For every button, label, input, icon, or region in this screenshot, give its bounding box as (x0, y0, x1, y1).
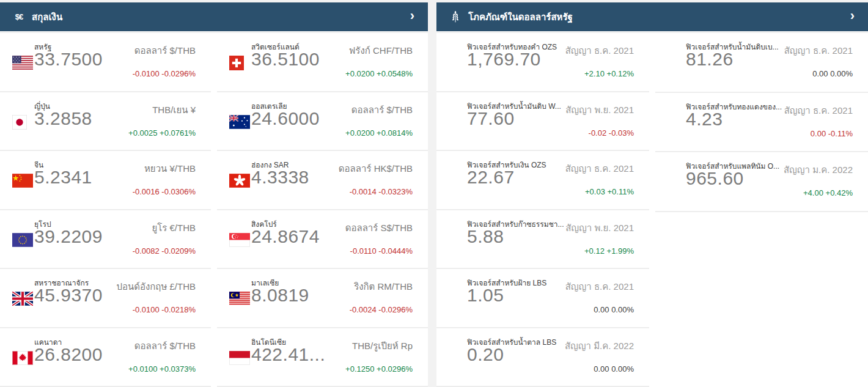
currency-pair-label: THB/เยน ¥ (152, 103, 196, 117)
currency-price: 33.7500 (34, 49, 103, 70)
currency-pair-label: ดอลลาร์ $/THB (134, 339, 196, 353)
commodities-panel-title: โภคภัณฑ์ในดอลลาร์สหรัฐ (468, 10, 849, 24)
currencies-panel: $€ สกุลเงิน › สหรัฐ33.7500ดอลลาร์ $/THB-… (0, 2, 428, 387)
currency-change: +0.0200 +0.0548% (345, 69, 413, 78)
flag-us-icon (12, 56, 33, 70)
currency-card-ca[interactable]: แคนาดา26.8200ดอลลาร์ $/THB+0.0100 +0.037… (0, 328, 211, 387)
currencies-panel-header: $€ สกุลเงิน › (0, 2, 428, 31)
currency-card-sg[interactable]: สิงคโปร์24.8674ดอลลาร์ S$/THB-0.0110 -0.… (217, 210, 428, 270)
currency-price: 26.8200 (34, 344, 103, 365)
currency-pair-label: ยูโร €/THB (152, 221, 196, 235)
commodity-change: +0.03 +0.11% (585, 187, 634, 196)
commodities-column-right: ฟิวเจอร์สสำหรับน้ำมันดิบเบ...81.26สัญญา … (655, 33, 868, 387)
commodity-contract-label: สัญญา ธ.ค. 2021 (565, 161, 634, 176)
currency-card-eu[interactable]: ยุโรป39.2209ยูโร €/THB-0.0082 -0.0209% (0, 210, 211, 270)
currency-card-us[interactable]: สหรัฐ33.7500ดอลลาร์ $/THB-0.0100 -0.0296… (0, 33, 211, 92)
currencies-column-left: สหรัฐ33.7500ดอลลาร์ $/THB-0.0100 -0.0296… (0, 33, 211, 387)
commodity-card[interactable]: ฟิวเจอร์สสำหรับทองแดงของ...4.23สัญญา ธ.ค… (655, 93, 868, 153)
currencies-column-right: สวิตเซอร์แลนด์36.5100ฟรังก์ CHF/THB+0.02… (217, 33, 428, 387)
currency-price: 4.3338 (251, 167, 309, 188)
flag-id-icon (229, 351, 250, 365)
commodity-change: +4.00 +0.42% (803, 188, 853, 197)
chevron-right-icon[interactable]: › (409, 9, 416, 23)
chevron-right-icon[interactable]: › (849, 9, 856, 23)
currency-price: 422.41... (251, 344, 325, 365)
flag-jp-icon (12, 115, 27, 130)
currency-pair-label: ดอลลาร์ $/THB (134, 43, 196, 58)
commodity-change: 0.00 0.00% (812, 69, 853, 78)
commodity-price: 81.26 (686, 49, 734, 70)
currency-change: +0.1250 +0.0296% (345, 364, 413, 374)
currencies-grid: สหรัฐ33.7500ดอลลาร์ $/THB-0.0100 -0.0296… (0, 33, 428, 387)
currency-change: +0.0025 +0.0761% (128, 128, 196, 138)
currency-change: +0.0200 +0.0814% (345, 128, 413, 138)
currency-pair-label: ปอนด์อังกฤษ £/THB (116, 279, 196, 294)
commodities-grid: ฟิวเจอร์สสำหรับทองคำ OZS1,769.70สัญญา ธ.… (436, 33, 868, 387)
currency-card-my[interactable]: มาเลเซีย8.0819ริงกิต RM/THB-0.0024 -0.02… (217, 269, 428, 328)
currency-card-hk[interactable]: ฮ่องกง SAR4.3338ดอลลาร์ HK$/THB-0.0014 -… (217, 151, 428, 210)
commodity-change: -0.02 -0.03% (589, 128, 634, 138)
commodity-price: 77.60 (467, 108, 515, 129)
commodity-price: 965.60 (686, 168, 744, 189)
commodity-change: 0.00 0.00% (594, 364, 634, 374)
currency-pair-label: ดอลลาร์ $/THB (351, 103, 413, 117)
flag-ch-icon (229, 56, 244, 70)
commodity-contract-label: สัญญา ธ.ค. 2021 (784, 43, 853, 58)
commodity-change: 0.00 -0.11% (811, 129, 853, 138)
commodity-price: 4.23 (686, 109, 723, 130)
currency-change: -0.0024 -0.0296% (350, 305, 413, 314)
commodity-price: 1,769.70 (467, 49, 541, 70)
commodity-card[interactable]: ฟิวเจอร์สสำหรับน้ำตาล LBS0.20สัญญา มี.ค.… (436, 328, 649, 387)
commodity-price: 5.88 (467, 226, 504, 247)
commodity-card[interactable]: ฟิวเจอร์สสำหรับน้ำมันดิบเบ...81.26สัญญา … (655, 33, 868, 93)
commodity-change: +0.12 +1.99% (584, 246, 634, 256)
commodity-contract-label: สัญญา พ.ย. 2021 (565, 221, 634, 235)
flag-ca-icon (12, 351, 33, 365)
commodity-price: 0.20 (467, 344, 504, 365)
commodity-price: 22.67 (467, 167, 515, 188)
commodity-card[interactable]: ฟิวเจอร์สสำหรับฝ้าย LBS1.05สัญญา ธ.ค. 20… (436, 269, 649, 328)
currency-change: -0.0082 -0.0209% (133, 246, 196, 256)
currency-card-au[interactable]: ออสเตรเลีย24.6000ดอลลาร์ $/THB+0.0200 +0… (217, 92, 428, 152)
currency-pair-label: หยวน ¥/THB (144, 161, 196, 176)
currency-change: -0.0100 -0.0296% (133, 69, 196, 78)
commodities-panel-header: โภคภัณฑ์ในดอลลาร์สหรัฐ › (436, 2, 868, 31)
currency-card-id[interactable]: อินโดนีเซีย422.41...THB/รูเปียห์ Rp+0.12… (217, 328, 428, 387)
commodities-column-left: ฟิวเจอร์สสำหรับทองคำ OZS1,769.70สัญญา ธ.… (436, 33, 649, 387)
currency-price: 45.9370 (34, 285, 103, 306)
currency-pair-label: ดอลลาร์ S$/THB (345, 221, 413, 235)
dollar-euro-icon: $€ (12, 12, 26, 21)
commodity-card[interactable]: ฟิวเจอร์สสำหรับแพลทินัม O...965.60สัญญา … (655, 152, 868, 212)
currency-price: 24.8674 (251, 226, 320, 247)
commodities-panel: โภคภัณฑ์ในดอลลาร์สหรัฐ › ฟิวเจอร์สสำหรับ… (436, 2, 868, 387)
currency-card-cn[interactable]: จีน5.2341หยวน ¥/THB-0.0016 -0.0306% (0, 151, 211, 210)
currency-card-gb[interactable]: สหราชอาณาจักร45.9370ปอนด์อังกฤษ £/THB-0.… (0, 269, 211, 328)
currency-card-jp[interactable]: ญี่ปุ่น3.2858THB/เยน ¥+0.0025 +0.0761% (0, 92, 211, 152)
flag-gb-icon (12, 292, 33, 306)
currency-price: 8.0819 (251, 285, 309, 306)
commodity-card[interactable]: ฟิวเจอร์สสำหรับเงิน OZS22.67สัญญา ธ.ค. 2… (436, 151, 649, 210)
commodity-contract-label: สัญญา พ.ย. 2021 (565, 103, 634, 117)
currency-price: 5.2341 (34, 167, 92, 188)
flag-cn-icon (12, 174, 33, 188)
currency-price: 36.5100 (251, 49, 320, 70)
commodity-contract-label: สัญญา ม.ค. 2022 (784, 163, 853, 177)
currency-card-ch[interactable]: สวิตเซอร์แลนด์36.5100ฟรังก์ CHF/THB+0.02… (217, 33, 428, 92)
currency-price: 24.6000 (251, 108, 320, 129)
currency-change: -0.0100 -0.0218% (133, 305, 196, 314)
flag-au-icon (229, 115, 250, 129)
commodity-change: 0.00 0.00% (594, 305, 634, 314)
currency-pair-label: ริงกิต RM/THB (354, 279, 413, 294)
flag-my-icon (229, 292, 250, 306)
commodity-contract-label: สัญญา ธ.ค. 2021 (565, 43, 634, 58)
flag-eu-icon (12, 233, 33, 247)
commodity-card[interactable]: ฟิวเจอร์สสำหรับก๊าซธรรมชา...5.88สัญญา พ.… (436, 210, 649, 270)
commodity-contract-label: สัญญา มี.ค. 2022 (565, 339, 634, 353)
flag-hk-icon (229, 174, 250, 188)
fx-commodities-dashboard: $€ สกุลเงิน › สหรัฐ33.7500ดอลลาร์ $/THB-… (0, 0, 868, 387)
flag-sg-icon (229, 233, 250, 247)
commodity-contract-label: สัญญา ธ.ค. 2021 (565, 279, 634, 294)
commodity-card[interactable]: ฟิวเจอร์สสำหรับน้ำมันดิบ W...77.60สัญญา … (436, 92, 649, 152)
currency-change: -0.0016 -0.0306% (133, 187, 196, 196)
commodity-card[interactable]: ฟิวเจอร์สสำหรับทองคำ OZS1,769.70สัญญา ธ.… (436, 33, 649, 92)
